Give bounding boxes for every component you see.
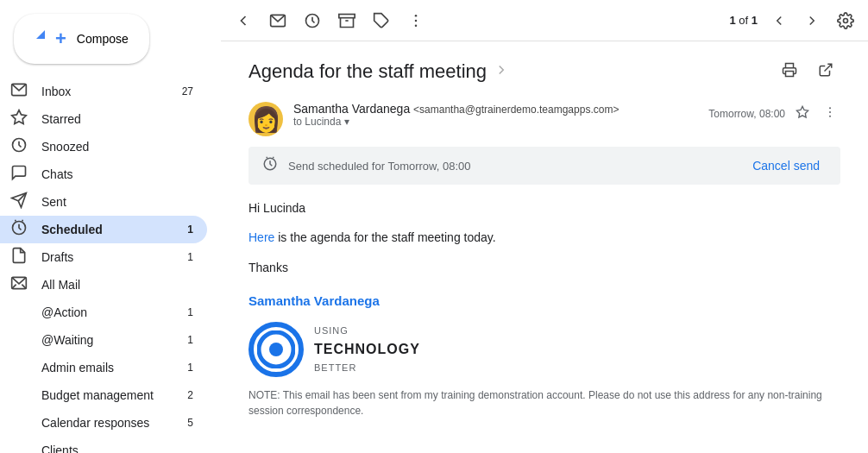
svg-point-18 [415, 19, 418, 22]
inbox-nav-button[interactable] [262, 5, 293, 36]
email-view: Agenda for the staff meeting 👩 Samantha [221, 41, 868, 453]
svg-point-24 [829, 107, 831, 109]
chat-icon [10, 164, 28, 185]
page-info: 1 of 1 [729, 14, 758, 27]
logo-circle [248, 322, 304, 377]
svg-marker-2 [12, 110, 27, 124]
to-info: to Lucinda ▾ [293, 116, 698, 128]
sender-info: Samantha Vardanega <samantha@gtrainerdem… [293, 102, 698, 128]
email-subject-row: Agenda for the staff meeting [248, 55, 840, 88]
sidebar-item-drafts[interactable]: Drafts 1 [0, 243, 207, 271]
draft-icon [10, 247, 28, 267]
sidebar-item-allmail[interactable]: All Mail [0, 271, 207, 299]
svg-point-25 [829, 111, 831, 113]
logo-text: USING TECHNOLOGY BETTER [314, 324, 420, 376]
sidebar-item-sent-label: Sent [41, 195, 179, 209]
sidebar-item-snoozed-label: Snoozed [41, 140, 179, 154]
compose-button[interactable]: + Compose [14, 14, 149, 64]
print-button[interactable] [775, 55, 804, 88]
sidebar-item-waiting-label: @Waiting [41, 333, 173, 347]
sidebar-item-budget-label: Budget management [41, 388, 173, 402]
current-page: 1 [729, 14, 735, 27]
inbox-icon [10, 81, 28, 102]
sidebar-item-scheduled-label: Scheduled [41, 223, 173, 236]
cancel-send-button[interactable]: Cancel send [745, 155, 827, 176]
sidebar-item-sent[interactable]: Sent [0, 188, 207, 216]
email-body-text: Here is the agenda for the staff meeting… [248, 228, 840, 247]
sidebar-item-inbox-badge: 27 [182, 85, 193, 98]
email-link[interactable]: Here [248, 230, 274, 244]
sidebar-item-starred[interactable]: Starred [0, 105, 207, 133]
sidebar-item-admin-label: Admin emails [41, 361, 173, 374]
email-body-rest: is the agenda for the staff meeting toda… [274, 230, 495, 244]
sidebar-item-budget[interactable]: Budget management 2 [0, 381, 207, 409]
logo-line1: USING [314, 324, 420, 339]
archive-button[interactable] [331, 5, 362, 36]
scheduled-text: Send scheduled for Tomorrow, 08:00 [288, 160, 735, 173]
more-button[interactable] [400, 5, 431, 36]
sidebar-item-action-label: @Action [41, 305, 173, 319]
sidebar-item-allmail-label: All Mail [41, 278, 179, 292]
sidebar-item-calendar-label: Calendar responses [41, 416, 173, 430]
email-thanks: Thanks [248, 258, 840, 277]
email-subject-actions [775, 55, 840, 88]
email-body: Hi Lucinda Here is the agenda for the st… [248, 198, 840, 418]
sidebar-item-budget-badge: 2 [187, 389, 193, 401]
to-dropdown-button[interactable]: ▾ [344, 116, 349, 128]
svg-point-20 [844, 18, 848, 22]
allmail-icon [10, 274, 28, 295]
scheduled-bar: Send scheduled for Tomorrow, 08:00 Cance… [248, 147, 840, 185]
schedule-icon [10, 219, 28, 240]
sidebar-item-starred-label: Starred [41, 112, 179, 126]
scheduled-bar-icon [262, 156, 278, 176]
send-icon [10, 192, 28, 212]
sidebar-item-chats[interactable]: Chats [0, 160, 207, 188]
svg-line-22 [825, 64, 832, 71]
email-header: 👩 Samantha Vardanega <samantha@gtrainerd… [248, 102, 840, 136]
label-button[interactable] [366, 5, 397, 36]
main-panel: 1 of 1 Agenda for the staff meeting [221, 0, 868, 453]
compose-label: Compose [77, 32, 129, 46]
email-time: Tomorrow, 08:00 [708, 108, 785, 120]
svg-marker-23 [796, 106, 808, 117]
prev-email-button[interactable] [764, 6, 794, 35]
svg-rect-14 [339, 14, 355, 17]
sender-name-row: Samantha Vardanega <samantha@gtrainerdem… [293, 102, 698, 116]
svg-point-31 [269, 343, 283, 356]
toolbar-left [228, 5, 431, 36]
clock-icon [10, 136, 28, 157]
open-new-window-button[interactable] [811, 55, 840, 88]
signature-name: Samantha Vardanega [248, 291, 840, 311]
settings-button[interactable] [830, 5, 861, 36]
star-icon [10, 109, 28, 129]
sender-name: Samantha Vardanega [293, 102, 410, 116]
to-label: to Lucinda [293, 116, 341, 128]
sidebar-item-inbox[interactable]: Inbox 27 [0, 78, 207, 105]
sidebar-item-snoozed[interactable]: Snoozed [0, 133, 207, 160]
total-pages: 1 [752, 14, 758, 27]
sidebar-item-calendar[interactable]: Calendar responses 5 [0, 409, 207, 437]
sidebar-item-action[interactable]: @Action 1 [0, 299, 207, 326]
back-button[interactable] [228, 5, 259, 36]
signature-logo: USING TECHNOLOGY BETTER [248, 322, 840, 377]
email-time-area: Tomorrow, 08:00 [708, 102, 840, 126]
sidebar-item-drafts-badge: 1 [187, 251, 193, 263]
sidebar-item-waiting[interactable]: @Waiting 1 [0, 326, 207, 354]
sender-email: <samantha@gtrainerdemo.teamgapps.com> [413, 104, 619, 116]
svg-point-17 [415, 14, 418, 16]
sidebar-item-admin[interactable]: Admin emails 1 [0, 354, 207, 381]
email-more-button[interactable] [820, 102, 840, 126]
svg-point-19 [415, 24, 418, 27]
star-email-button[interactable] [792, 102, 813, 126]
sidebar-item-drafts-label: Drafts [41, 250, 173, 264]
sidebar-item-chats-label: Chats [41, 167, 179, 181]
next-email-button[interactable] [797, 6, 827, 35]
email-greeting: Hi Lucinda [248, 198, 840, 217]
snooze-button[interactable] [297, 5, 328, 36]
sidebar-item-clients[interactable]: Clients [0, 437, 207, 453]
svg-rect-21 [786, 72, 794, 77]
email-toolbar: 1 of 1 [221, 0, 868, 41]
sidebar-item-scheduled[interactable]: Scheduled 1 [0, 216, 207, 243]
sidebar-item-calendar-badge: 5 [187, 417, 193, 429]
forward-label-icon [494, 62, 509, 82]
